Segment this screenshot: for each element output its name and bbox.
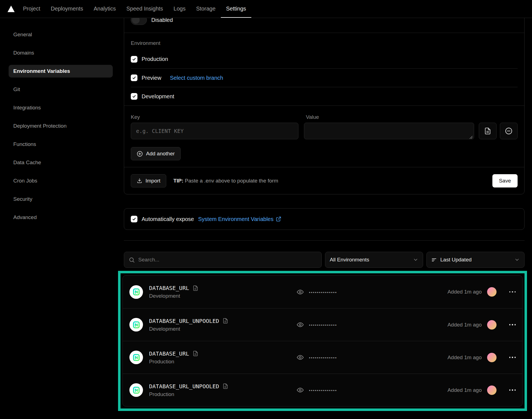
vercel-logo-icon [7,0,15,18]
eye-icon[interactable] [296,288,304,296]
expose-label: Automatically expose [142,216,194,222]
checkbox-checked[interactable] [131,93,137,100]
nav-item[interactable]: Analytics [88,0,121,18]
environment-filter-select[interactable]: All Environments [325,252,423,268]
settings-sidebar: General Domains Environment Variables Gi… [0,18,113,411]
system-env-expose-card: Automatically expose System Environment … [124,208,525,230]
key-value-section: Key Value [124,114,524,167]
sidebar-item[interactable]: Security [9,193,113,205]
value-label: Value [306,114,319,120]
nav-item[interactable]: Logs [168,0,191,18]
env-var-row[interactable]: DATABASE_URL_UNPOOLED Development ••••••… [123,308,522,341]
row-menu-button[interactable] [509,291,516,293]
row-menu-button[interactable] [509,357,516,358]
environment-checkbox-row: Preview Select custom branch [131,68,518,87]
search-box [124,252,322,268]
system-env-variables-link[interactable]: System Environment Variables [198,216,282,222]
sidebar-item[interactable]: Git [9,83,113,96]
note-icon [193,351,198,356]
environment-checkbox-row: Production [131,50,518,68]
sidebar-item[interactable]: Domains [9,47,113,59]
sidebar-item[interactable]: Cron Jobs [9,174,113,187]
sidebar-item[interactable]: Deployment Protection [9,120,113,132]
env-variables-main: Disabled Environment Production [124,18,525,411]
masked-value: •••••••••••••• [309,355,337,360]
note-icon [222,383,228,389]
search-input[interactable] [138,257,317,263]
nav-item[interactable]: Speed Insights [121,0,168,18]
masked-value: •••••••••••••• [309,387,337,393]
neon-integration-icon [129,351,143,364]
expose-checkbox-checked[interactable] [131,216,137,222]
paste-env-button[interactable] [479,123,497,139]
eye-icon[interactable] [296,386,304,394]
env-var-row[interactable]: DATABASE_URL Development •••••••••••••• [123,276,522,308]
environment-section: Environment Production Preview Select cu… [124,40,524,106]
remove-row-button[interactable] [500,123,518,139]
env-var-name: DATABASE_URL [149,350,189,357]
user-avatar [487,385,497,395]
neon-integration-icon [129,318,143,331]
nav-item[interactable]: Project [18,0,45,18]
import-button[interactable]: Import [131,174,166,187]
neon-integration-icon [129,383,143,397]
env-var-environment: Development [149,326,228,332]
divider [124,106,524,106]
environment-label: Environment [131,40,518,46]
sidebar-item[interactable]: Data Cache [9,156,113,169]
sidebar-item[interactable]: General [9,28,113,41]
chevron-down-icon [514,257,520,263]
env-var-row[interactable]: DATABASE_URL Production •••••••••••••• [123,341,522,374]
note-icon [193,285,198,291]
filter-row: All Environments Last Updated [124,252,525,268]
sidebar-item[interactable]: Environment Variables [9,65,113,78]
key-input[interactable] [131,123,298,139]
sidebar-item[interactable]: Integrations [9,101,113,114]
annotation-highlight-box: DATABASE_URL Development •••••••••••••• [118,271,527,411]
chevron-down-icon [413,257,418,263]
nav-item[interactable]: Storage [191,0,221,18]
env-var-row[interactable]: DATABASE_URL_UNPOOLED Production •••••••… [123,374,522,406]
sidebar-item[interactable]: Functions [9,138,113,151]
masked-value: •••••••••••••• [309,322,337,327]
added-timestamp: Added 1m ago [447,289,482,295]
nav-item[interactable]: Deployments [45,0,88,18]
add-another-button[interactable]: Add another [131,147,181,160]
checkbox-checked[interactable] [131,56,137,63]
added-timestamp: Added 1m ago [447,354,482,361]
env-var-environment: Production [149,359,198,365]
env-var-name: DATABASE_URL [149,285,189,291]
import-tip: TIP: Paste a .env above to populate the … [173,178,278,184]
env-var-environment: Production [149,391,228,397]
user-avatar [487,287,497,297]
top-nav: Project Deployments Analytics Speed Insi… [0,0,532,18]
eye-icon[interactable] [296,354,304,361]
added-timestamp: Added 1m ago [447,322,482,328]
download-icon [137,178,142,184]
divider [124,33,524,33]
env-var-name: DATABASE_URL_UNPOOLED [149,318,219,324]
eye-icon[interactable] [296,321,304,328]
checkbox-checked[interactable] [131,74,137,81]
resize-handle[interactable] [469,136,473,139]
divider [124,240,525,241]
user-avatar [487,353,497,362]
row-menu-button[interactable] [509,324,516,325]
key-label: Key [131,114,306,120]
row-menu-button[interactable] [509,389,516,391]
added-timestamp: Added 1m ago [447,387,482,393]
env-var-name: DATABASE_URL_UNPOOLED [149,383,219,390]
save-button[interactable]: Save [492,174,518,187]
masked-value: •••••••••••••• [309,289,337,295]
select-custom-branch-link[interactable]: Select custom branch [170,75,223,81]
nav-item[interactable]: Settings [221,0,251,18]
sort-select[interactable]: Last Updated [426,252,525,268]
env-var-environment: Development [149,293,198,299]
env-variable-editor-card: Disabled Environment Production [124,7,525,194]
sidebar-item[interactable]: Advanced [9,211,113,224]
sort-lines-icon [431,257,437,263]
env-var-list: DATABASE_URL Development •••••••••••••• [122,275,523,407]
value-input[interactable] [304,123,474,139]
user-avatar [487,320,497,330]
external-link-icon [275,216,282,222]
